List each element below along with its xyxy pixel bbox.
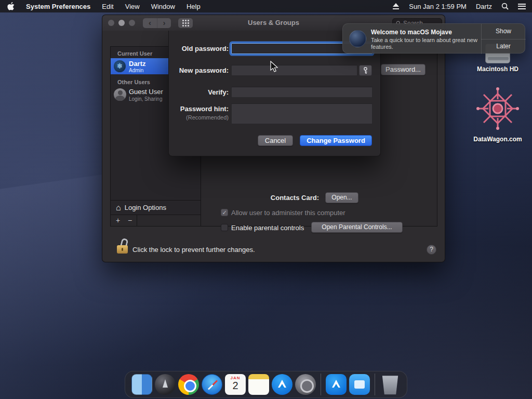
notes-icon[interactable]: [248, 374, 269, 395]
home-icon: ⌂: [116, 204, 121, 212]
sidebar-toolbar: + −: [111, 215, 201, 226]
notification-show-button[interactable]: Show: [481, 24, 526, 39]
dock: JAN 2: [125, 371, 407, 398]
notification-title: Welcome to macOS Mojave: [371, 29, 452, 36]
menu-help[interactable]: Help: [187, 3, 201, 10]
login-options-label: Login Options: [125, 204, 166, 211]
app-store-icon[interactable]: [272, 374, 292, 395]
menu-app-name[interactable]: System Preferences: [26, 3, 90, 10]
mouse-cursor: [270, 61, 278, 73]
chrome-icon[interactable]: [178, 374, 199, 395]
new-password-label: New password:: [169, 66, 229, 74]
password-hint-field[interactable]: [231, 103, 373, 124]
menu-edit[interactable]: Edit: [102, 3, 113, 10]
old-password-label: Old password:: [169, 45, 229, 52]
notification-center-icon[interactable]: [518, 4, 526, 9]
lock-hint-text: Click the lock to prevent further change…: [132, 246, 255, 254]
notification-later-button[interactable]: Later: [481, 39, 526, 54]
notification-body: Take a quick tour to learn about great n…: [371, 37, 479, 50]
notification-banner[interactable]: Welcome to macOS Mojave Take a quick tou…: [342, 23, 525, 54]
desktop: Macintosh HD DataWagon.com System Prefer…: [0, 0, 532, 399]
safari-icon[interactable]: [202, 374, 222, 395]
menu-user[interactable]: Dartz: [476, 3, 492, 10]
key-icon: [363, 67, 368, 74]
finder-icon[interactable]: [131, 374, 152, 395]
password-hint-sublabel: (Recommended): [169, 114, 229, 121]
apple-menu[interactable]: [7, 2, 15, 10]
guest-avatar: [114, 88, 126, 101]
menu-clock[interactable]: Sun Jan 2 1:59 PM: [409, 3, 467, 10]
user-name: Dartz: [129, 60, 146, 68]
login-options-row[interactable]: ⌂ Login Options: [111, 200, 201, 215]
parental-checkbox-label: Enable parental controls: [231, 224, 304, 232]
system-preferences-icon[interactable]: [295, 374, 316, 395]
dock-divider: [321, 374, 321, 395]
trash-icon[interactable]: [380, 374, 401, 395]
datawagon-icon[interactable]: [476, 86, 520, 131]
menu-bar: System Preferences Edit View Window Help…: [0, 0, 532, 12]
spotlight-icon[interactable]: [501, 3, 509, 10]
remove-user-button[interactable]: −: [124, 216, 136, 225]
contacts-card-label: Contacts Card:: [250, 194, 319, 202]
recent-app-store-icon[interactable]: [326, 374, 347, 395]
password-hint-label: Password hint:: [169, 105, 229, 113]
lock-icon[interactable]: [116, 238, 129, 257]
eject-icon[interactable]: [392, 3, 400, 9]
launchpad-icon[interactable]: [155, 374, 176, 395]
cancel-button[interactable]: Cancel: [258, 135, 293, 146]
menu-window[interactable]: Window: [151, 3, 175, 10]
toolbar-divider: [137, 215, 137, 227]
macintosh-hd-label[interactable]: Macintosh HD: [468, 65, 528, 73]
section-current-user: Current User: [117, 50, 152, 57]
snowflake-avatar: ❄: [114, 60, 126, 72]
section-other-users: Other Users: [117, 79, 150, 85]
datawagon-label[interactable]: DataWagon.com: [457, 136, 532, 143]
user-role: Admin: [129, 68, 143, 73]
verify-field[interactable]: [231, 87, 373, 98]
menu-view[interactable]: View: [125, 3, 140, 10]
password-assistant-button[interactable]: [359, 65, 372, 76]
verify-label: Verify:: [169, 88, 229, 96]
globe-icon: [349, 30, 366, 47]
change-password-submit-button[interactable]: Change Password: [300, 135, 372, 146]
calendar-day: 2: [225, 380, 246, 391]
change-password-button[interactable]: Password...: [381, 64, 425, 75]
parental-checkbox[interactable]: [221, 224, 228, 231]
new-password-field[interactable]: [231, 65, 357, 76]
add-user-button[interactable]: +: [112, 216, 124, 225]
recent-blue-app-icon[interactable]: [349, 374, 370, 395]
admin-checkbox-label: Allow user to administer this computer: [231, 209, 345, 217]
help-button[interactable]: ?: [427, 245, 436, 255]
dock-divider: [375, 374, 375, 395]
calendar-icon[interactable]: JAN 2: [225, 374, 246, 395]
open-parental-controls-button[interactable]: Open Parental Controls...: [311, 222, 403, 233]
admin-checkbox[interactable]: ✓: [221, 209, 228, 216]
open-contacts-button[interactable]: Open...: [325, 192, 358, 203]
